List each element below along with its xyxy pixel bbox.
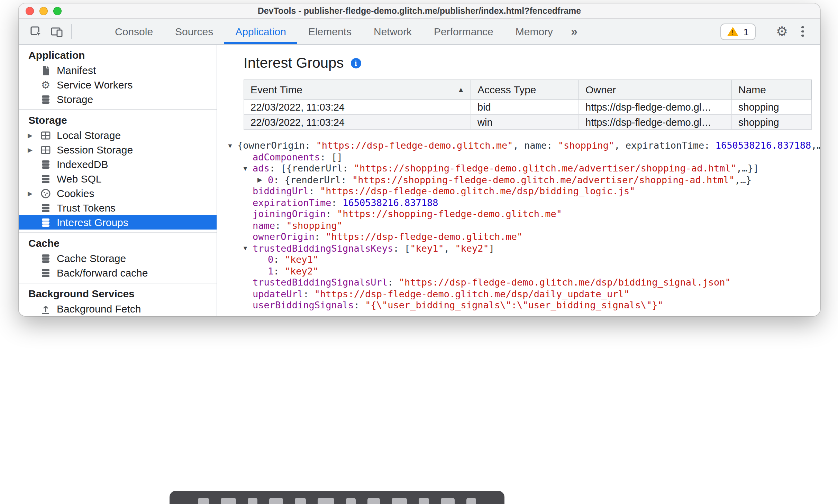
service-workers-gear-icon: ⚙ [39, 80, 53, 90]
application-sidebar: ApplicationManifest⚙Service WorkersStora… [19, 45, 217, 316]
tree-line: userBiddingSignals: "{\"user_bidding_sig… [227, 299, 820, 311]
tree-expanded-arrow-icon[interactable]: ▼ [242, 163, 253, 174]
tree-line[interactable]: ▼trustedBiddingSignalsKeys: ["key1", "ke… [227, 242, 820, 254]
table-row[interactable]: 22/03/2022, 11:03:24bidhttps://dsp-fledg… [244, 99, 811, 114]
sidebar-item-back-forward-cache[interactable]: Back/forward cache [19, 265, 217, 280]
device-toolbar-icon [50, 25, 64, 38]
tree-line: trustedBiddingSignalsUrl: "https://dsp-f… [227, 277, 820, 288]
tree-token-key: joiningOrigin [253, 208, 326, 219]
dock-app-icon [221, 498, 236, 504]
panel-tabs: ConsoleSourcesApplicationElementsNetwork… [104, 19, 564, 44]
database-icon [39, 202, 53, 214]
tree-token-plain: : [388, 277, 399, 288]
tree-collapsed-arrow-icon[interactable]: ▶ [257, 174, 268, 185]
tree-line[interactable]: ▼ads: [{renderUrl: "https://shopping-fle… [227, 162, 820, 174]
tree-token-string: "key2" [285, 265, 319, 276]
sidebar-section-divider [19, 232, 217, 233]
sidebar-item-storage[interactable]: Storage [19, 92, 217, 106]
tree-line[interactable]: ▶0: {renderUrl: "https://shopping-fledge… [227, 174, 820, 185]
tree-token-plain: : {renderUrl: [273, 174, 352, 185]
tree-token-plain: , name: [513, 140, 558, 151]
tree-line[interactable]: ▼{ownerOrigin: "https://dsp-fledge-demo.… [227, 140, 820, 151]
tree-token-plain: ,…}] [736, 162, 759, 174]
sidebar-item-session-storage[interactable]: ▶Session Storage [19, 142, 217, 157]
sidebar-item-background-fetch[interactable]: Background Fetch [19, 301, 217, 316]
sidebar-item-local-storage[interactable]: ▶Local Storage [19, 128, 217, 142]
tree-token-string: "https://dsp-fledge-demo.glitch.me" [326, 231, 522, 242]
database-icon [39, 158, 53, 170]
table-cell: bid [471, 99, 579, 114]
manifest-doc-icon [39, 64, 53, 76]
sidebar-item-service-workers[interactable]: ⚙Service Workers [19, 77, 217, 92]
macos-dock[interactable] [170, 491, 504, 504]
dock-app-icon [419, 498, 429, 504]
cookie-icon [39, 187, 53, 199]
tab-application[interactable]: Application [224, 19, 297, 44]
tree-token-key: updateUrl [253, 288, 303, 299]
tree-token-key: userBiddingSignals [253, 299, 354, 310]
column-header-event-time[interactable]: Event Time▲ [244, 80, 471, 99]
sidebar-item-trust-tokens[interactable]: Trust Tokens [19, 200, 217, 215]
tab-memory[interactable]: Memory [504, 19, 564, 44]
tree-token-index: 0 [268, 254, 273, 265]
tab-network[interactable]: Network [363, 19, 423, 44]
tree-token-key: adComponents [253, 151, 320, 162]
sidebar-item-web-sql[interactable]: Web SQL [19, 171, 217, 186]
tree-token-key: ownerOrigin [253, 231, 315, 242]
tree-line: biddingUrl: "https://dsp-fledge-demo.gli… [227, 185, 820, 197]
tree-token-plain: : [326, 208, 337, 219]
tree-token-string: "https://shopping-fledge-demo.glitch.me" [337, 208, 562, 219]
sidebar-item-label: Manifest [57, 64, 96, 76]
gear-icon: ⚙ [776, 24, 788, 39]
sidebar-item-cache-storage[interactable]: Cache Storage [19, 251, 217, 265]
tree-token-string: "{\"user_bidding_signals\":\"user_biddin… [365, 299, 663, 310]
database-icon [39, 172, 53, 185]
chevron-right-icon[interactable]: ▶ [19, 132, 39, 139]
sidebar-item-interest-groups[interactable]: Interest Groups [19, 215, 217, 230]
sidebar-item-label: Session Storage [57, 144, 133, 156]
tree-token-number: 1650538216.837188 [716, 140, 811, 151]
tab-performance[interactable]: Performance [423, 19, 504, 44]
sidebar-item-label: Background Fetch [57, 303, 141, 315]
tab-console[interactable]: Console [104, 19, 164, 44]
column-header-name[interactable]: Name [732, 80, 811, 99]
tree-token-plain: : [354, 299, 365, 310]
info-icon[interactable]: i [350, 58, 361, 68]
chevron-right-icon[interactable]: ▶ [19, 146, 39, 153]
chevron-right-icon[interactable]: ▶ [19, 190, 39, 197]
tab-elements[interactable]: Elements [297, 19, 363, 44]
column-header-owner[interactable]: Owner [579, 80, 732, 99]
tree-token-string: "https://dsp-fledge-demo.glitch.me" [316, 140, 513, 151]
sidebar-item-manifest[interactable]: Manifest [19, 63, 217, 77]
tree-token-string: "shopping" [286, 220, 343, 231]
warning-triangle-icon: ! [727, 27, 738, 36]
tree-token-string: "https://dsp-fledge-demo.glitch.me/dsp/b… [399, 277, 731, 288]
sidebar-item-label: Local Storage [57, 129, 121, 141]
table-row[interactable]: 22/03/2022, 11:03:24winhttps://dsp-fledg… [244, 114, 811, 130]
tab-sources[interactable]: Sources [164, 19, 224, 44]
tree-expanded-arrow-icon[interactable]: ▼ [227, 140, 237, 151]
settings-button[interactable]: ⚙ [773, 25, 791, 38]
device-toolbar-button[interactable] [46, 19, 67, 44]
more-options-button[interactable] [795, 26, 810, 37]
table-header-row: Event Time▲Access TypeOwnerName [244, 80, 811, 99]
tree-expanded-arrow-icon[interactable]: ▼ [242, 243, 253, 254]
sidebar-item-cookies[interactable]: ▶Cookies [19, 186, 217, 200]
issues-warning-badge[interactable]: ! 1 [720, 23, 756, 40]
table-cell: 22/03/2022, 11:03:24 [244, 99, 471, 114]
table-cell: https://dsp-fledge-demo.gl… [579, 99, 732, 114]
events-table: Event Time▲Access TypeOwnerName 22/03/20… [244, 80, 812, 130]
table-grid-icon [39, 143, 53, 156]
json-tree: ▼{ownerOrigin: "https://dsp-fledge-demo.… [217, 140, 820, 311]
table-cell: shopping [732, 99, 811, 114]
background-fetch-icon [39, 302, 53, 315]
database-icon [39, 93, 53, 105]
column-header-access-type[interactable]: Access Type [471, 80, 579, 99]
inspect-element-button[interactable] [26, 19, 46, 44]
more-tabs-button[interactable]: » [564, 19, 584, 44]
table-cell: win [471, 114, 579, 130]
sidebar-item-label: Trust Tokens [57, 202, 116, 214]
sidebar-section-divider [19, 283, 217, 283]
sidebar-item-indexeddb[interactable]: IndexedDB [19, 157, 217, 171]
sidebar-item-label: Web SQL [57, 173, 102, 185]
